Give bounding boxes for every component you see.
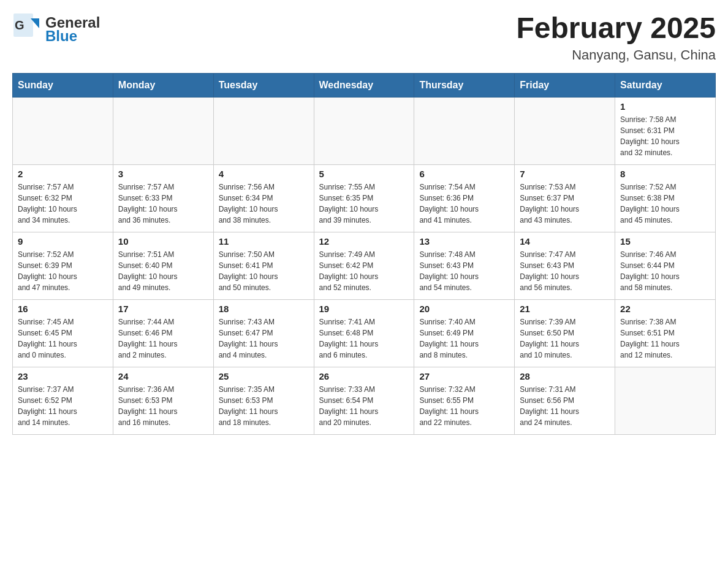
calendar-cell [414, 97, 515, 164]
day-number: 11 [219, 236, 309, 247]
day-number: 2 [18, 169, 108, 179]
calendar-cell: 17Sunrise: 7:44 AM Sunset: 6:46 PM Dayli… [113, 299, 213, 367]
day-info: Sunrise: 7:58 AM Sunset: 6:31 PM Dayligh… [620, 114, 710, 158]
calendar-title-block: February 2025 Nanyang, Gansu, China [516, 12, 716, 63]
calendar-cell [13, 97, 113, 164]
day-info: Sunrise: 7:57 AM Sunset: 6:33 PM Dayligh… [118, 182, 208, 226]
week-row-1: 1Sunrise: 7:58 AM Sunset: 6:31 PM Daylig… [13, 97, 716, 164]
calendar-cell [615, 367, 716, 434]
week-row-5: 23Sunrise: 7:37 AM Sunset: 6:52 PM Dayli… [13, 367, 716, 434]
day-info: Sunrise: 7:44 AM Sunset: 6:46 PM Dayligh… [118, 316, 208, 361]
svg-text:G: G [15, 18, 25, 32]
day-info: Sunrise: 7:55 AM Sunset: 6:35 PM Dayligh… [319, 182, 409, 226]
calendar-cell: 2Sunrise: 7:57 AM Sunset: 6:32 PM Daylig… [13, 164, 113, 232]
day-number: 1 [620, 101, 710, 112]
day-info: Sunrise: 7:57 AM Sunset: 6:32 PM Dayligh… [18, 182, 108, 226]
day-number: 18 [219, 304, 309, 314]
day-info: Sunrise: 7:48 AM Sunset: 6:43 PM Dayligh… [419, 249, 509, 293]
calendar-cell [314, 97, 414, 164]
calendar-table: Sunday Monday Tuesday Wednesday Thursday… [12, 73, 716, 435]
day-number: 26 [319, 371, 409, 381]
col-saturday: Saturday [615, 73, 716, 97]
calendar-title: February 2025 [516, 12, 716, 45]
day-number: 19 [319, 304, 409, 314]
calendar-cell: 14Sunrise: 7:47 AM Sunset: 6:43 PM Dayli… [515, 232, 615, 299]
calendar-cell: 27Sunrise: 7:32 AM Sunset: 6:55 PM Dayli… [414, 367, 515, 434]
day-number: 24 [118, 371, 208, 381]
day-number: 15 [620, 236, 710, 247]
calendar-subtitle: Nanyang, Gansu, China [516, 47, 716, 63]
day-info: Sunrise: 7:33 AM Sunset: 6:54 PM Dayligh… [319, 384, 409, 428]
calendar-cell: 24Sunrise: 7:36 AM Sunset: 6:53 PM Dayli… [113, 367, 213, 434]
week-row-2: 2Sunrise: 7:57 AM Sunset: 6:32 PM Daylig… [13, 164, 716, 232]
day-number: 25 [219, 371, 309, 381]
day-number: 8 [620, 169, 710, 179]
day-number: 10 [118, 236, 208, 247]
logo: G General Blue [12, 12, 100, 47]
logo-text: General Blue [45, 15, 100, 44]
day-info: Sunrise: 7:38 AM Sunset: 6:51 PM Dayligh… [620, 316, 710, 361]
day-info: Sunrise: 7:56 AM Sunset: 6:34 PM Dayligh… [219, 182, 309, 226]
day-info: Sunrise: 7:50 AM Sunset: 6:41 PM Dayligh… [219, 249, 309, 293]
day-number: 9 [18, 236, 108, 247]
calendar-cell: 3Sunrise: 7:57 AM Sunset: 6:33 PM Daylig… [113, 164, 213, 232]
day-info: Sunrise: 7:53 AM Sunset: 6:37 PM Dayligh… [520, 182, 610, 226]
calendar-cell: 7Sunrise: 7:53 AM Sunset: 6:37 PM Daylig… [515, 164, 615, 232]
calendar-cell: 18Sunrise: 7:43 AM Sunset: 6:47 PM Dayli… [213, 299, 314, 367]
day-info: Sunrise: 7:54 AM Sunset: 6:36 PM Dayligh… [419, 182, 509, 226]
calendar-cell: 4Sunrise: 7:56 AM Sunset: 6:34 PM Daylig… [213, 164, 314, 232]
calendar-cell: 9Sunrise: 7:52 AM Sunset: 6:39 PM Daylig… [13, 232, 113, 299]
day-number: 16 [18, 304, 108, 314]
day-number: 7 [520, 169, 610, 179]
day-info: Sunrise: 7:31 AM Sunset: 6:56 PM Dayligh… [520, 384, 610, 428]
day-info: Sunrise: 7:45 AM Sunset: 6:45 PM Dayligh… [18, 316, 108, 361]
calendar-cell: 16Sunrise: 7:45 AM Sunset: 6:45 PM Dayli… [13, 299, 113, 367]
col-thursday: Thursday [414, 73, 515, 97]
day-number: 5 [319, 169, 409, 179]
calendar-cell: 25Sunrise: 7:35 AM Sunset: 6:53 PM Dayli… [213, 367, 314, 434]
day-number: 13 [419, 236, 509, 247]
day-info: Sunrise: 7:52 AM Sunset: 6:39 PM Dayligh… [18, 249, 108, 293]
calendar-cell: 22Sunrise: 7:38 AM Sunset: 6:51 PM Dayli… [615, 299, 716, 367]
calendar-cell: 1Sunrise: 7:58 AM Sunset: 6:31 PM Daylig… [615, 97, 716, 164]
day-number: 20 [419, 304, 509, 314]
day-info: Sunrise: 7:51 AM Sunset: 6:40 PM Dayligh… [118, 249, 208, 293]
col-wednesday: Wednesday [314, 73, 414, 97]
calendar-cell: 8Sunrise: 7:52 AM Sunset: 6:38 PM Daylig… [615, 164, 716, 232]
calendar-header-row: Sunday Monday Tuesday Wednesday Thursday… [13, 73, 716, 97]
week-row-4: 16Sunrise: 7:45 AM Sunset: 6:45 PM Dayli… [13, 299, 716, 367]
col-tuesday: Tuesday [213, 73, 314, 97]
col-friday: Friday [515, 73, 615, 97]
col-monday: Monday [113, 73, 213, 97]
calendar-cell [515, 97, 615, 164]
calendar-cell: 6Sunrise: 7:54 AM Sunset: 6:36 PM Daylig… [414, 164, 515, 232]
day-number: 12 [319, 236, 409, 247]
day-number: 3 [118, 169, 208, 179]
day-number: 4 [219, 169, 309, 179]
calendar-cell: 23Sunrise: 7:37 AM Sunset: 6:52 PM Dayli… [13, 367, 113, 434]
day-info: Sunrise: 7:36 AM Sunset: 6:53 PM Dayligh… [118, 384, 208, 428]
col-sunday: Sunday [13, 73, 113, 97]
calendar-cell [113, 97, 213, 164]
day-number: 21 [520, 304, 610, 314]
calendar-cell: 13Sunrise: 7:48 AM Sunset: 6:43 PM Dayli… [414, 232, 515, 299]
calendar-cell: 15Sunrise: 7:46 AM Sunset: 6:44 PM Dayli… [615, 232, 716, 299]
calendar-cell: 28Sunrise: 7:31 AM Sunset: 6:56 PM Dayli… [515, 367, 615, 434]
day-info: Sunrise: 7:40 AM Sunset: 6:49 PM Dayligh… [419, 316, 509, 361]
calendar-cell: 26Sunrise: 7:33 AM Sunset: 6:54 PM Dayli… [314, 367, 414, 434]
day-info: Sunrise: 7:52 AM Sunset: 6:38 PM Dayligh… [620, 182, 710, 226]
calendar-cell: 19Sunrise: 7:41 AM Sunset: 6:48 PM Dayli… [314, 299, 414, 367]
calendar-cell: 11Sunrise: 7:50 AM Sunset: 6:41 PM Dayli… [213, 232, 314, 299]
day-info: Sunrise: 7:43 AM Sunset: 6:47 PM Dayligh… [219, 316, 309, 361]
calendar-cell: 5Sunrise: 7:55 AM Sunset: 6:35 PM Daylig… [314, 164, 414, 232]
day-number: 27 [419, 371, 509, 381]
day-info: Sunrise: 7:35 AM Sunset: 6:53 PM Dayligh… [219, 384, 309, 428]
day-number: 23 [18, 371, 108, 381]
day-info: Sunrise: 7:49 AM Sunset: 6:42 PM Dayligh… [319, 249, 409, 293]
week-row-3: 9Sunrise: 7:52 AM Sunset: 6:39 PM Daylig… [13, 232, 716, 299]
calendar-cell: 20Sunrise: 7:40 AM Sunset: 6:49 PM Dayli… [414, 299, 515, 367]
day-number: 28 [520, 371, 610, 381]
day-info: Sunrise: 7:37 AM Sunset: 6:52 PM Dayligh… [18, 384, 108, 428]
calendar-cell: 21Sunrise: 7:39 AM Sunset: 6:50 PM Dayli… [515, 299, 615, 367]
logo-icon: G [12, 12, 42, 47]
